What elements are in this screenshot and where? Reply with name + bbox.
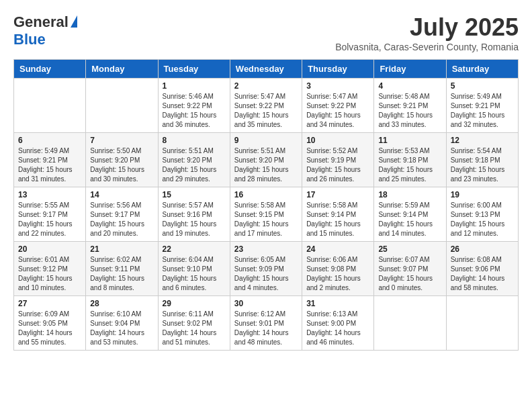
table-row: 4Sunrise: 5:48 AMSunset: 9:21 PMDaylight… (374, 79, 446, 133)
table-row: 12Sunrise: 5:54 AMSunset: 9:18 PMDayligh… (446, 133, 518, 187)
day-info: Sunrise: 5:54 AMSunset: 9:18 PMDaylight:… (451, 146, 514, 184)
calendar-week-row: 13Sunrise: 5:55 AMSunset: 9:17 PMDayligh… (14, 187, 519, 242)
table-row: 13Sunrise: 5:55 AMSunset: 9:17 PMDayligh… (14, 187, 86, 242)
day-number: 27 (18, 299, 81, 308)
day-info: Sunrise: 6:12 AMSunset: 9:01 PMDaylight:… (234, 310, 298, 347)
title-section: July 2025 Bolvasnita, Caras-Severin Coun… (335, 13, 519, 52)
day-info: Sunrise: 5:55 AMSunset: 9:17 PMDaylight:… (18, 201, 81, 238)
col-tuesday: Tuesday (158, 60, 230, 79)
table-row: 17Sunrise: 5:58 AMSunset: 9:14 PMDayligh… (302, 187, 374, 242)
table-row: 18Sunrise: 5:59 AMSunset: 9:14 PMDayligh… (374, 187, 446, 242)
table-row: 25Sunrise: 6:07 AMSunset: 9:07 PMDayligh… (374, 242, 446, 296)
day-info: Sunrise: 5:49 AMSunset: 9:21 PMDaylight:… (18, 146, 81, 184)
calendar-week-row: 20Sunrise: 6:01 AMSunset: 9:12 PMDayligh… (14, 242, 519, 296)
table-row: 24Sunrise: 6:06 AMSunset: 9:08 PMDayligh… (302, 242, 374, 296)
day-info: Sunrise: 6:05 AMSunset: 9:09 PMDaylight:… (234, 255, 298, 293)
day-number: 31 (306, 299, 369, 308)
day-number: 7 (90, 136, 153, 145)
day-number: 5 (451, 81, 514, 91)
day-number: 26 (451, 244, 514, 254)
table-row: 11Sunrise: 5:53 AMSunset: 9:18 PMDayligh… (374, 133, 446, 187)
day-number: 4 (378, 81, 441, 91)
day-info: Sunrise: 6:10 AMSunset: 9:04 PMDaylight:… (90, 310, 153, 347)
table-row (374, 296, 446, 351)
day-number: 30 (234, 299, 298, 308)
day-info: Sunrise: 6:11 AMSunset: 9:02 PMDaylight:… (163, 310, 226, 347)
table-row: 22Sunrise: 6:04 AMSunset: 9:10 PMDayligh… (158, 242, 230, 296)
day-info: Sunrise: 6:00 AMSunset: 9:13 PMDaylight:… (451, 201, 514, 238)
table-row: 2Sunrise: 5:47 AMSunset: 9:22 PMDaylight… (230, 79, 302, 133)
day-number: 18 (378, 190, 441, 199)
day-info: Sunrise: 6:01 AMSunset: 9:12 PMDaylight:… (18, 255, 81, 293)
day-info: Sunrise: 6:13 AMSunset: 9:00 PMDaylight:… (306, 310, 369, 347)
day-number: 12 (451, 136, 514, 145)
day-info: Sunrise: 5:58 AMSunset: 9:14 PMDaylight:… (306, 201, 369, 238)
col-wednesday: Wednesday (230, 60, 302, 79)
day-number: 22 (163, 244, 226, 254)
day-number: 6 (18, 136, 81, 145)
table-row (86, 79, 158, 133)
day-info: Sunrise: 5:46 AMSunset: 9:22 PMDaylight:… (163, 92, 226, 130)
table-row: 10Sunrise: 5:52 AMSunset: 9:19 PMDayligh… (302, 133, 374, 187)
table-row: 30Sunrise: 6:12 AMSunset: 9:01 PMDayligh… (230, 296, 302, 351)
day-info: Sunrise: 5:50 AMSunset: 9:20 PMDaylight:… (90, 146, 153, 184)
day-info: Sunrise: 5:57 AMSunset: 9:16 PMDaylight:… (163, 201, 226, 238)
table-row: 7Sunrise: 5:50 AMSunset: 9:20 PMDaylight… (86, 133, 158, 187)
col-thursday: Thursday (302, 60, 374, 79)
table-row (446, 296, 518, 351)
table-row: 5Sunrise: 5:49 AMSunset: 9:21 PMDaylight… (446, 79, 518, 133)
day-number: 2 (234, 81, 298, 91)
day-number: 28 (90, 299, 153, 308)
day-info: Sunrise: 6:07 AMSunset: 9:07 PMDaylight:… (378, 255, 441, 293)
table-row (14, 79, 86, 133)
col-friday: Friday (374, 60, 446, 79)
table-row: 23Sunrise: 6:05 AMSunset: 9:09 PMDayligh… (230, 242, 302, 296)
table-row: 6Sunrise: 5:49 AMSunset: 9:21 PMDaylight… (14, 133, 86, 187)
logo-general: General (13, 13, 69, 31)
day-info: Sunrise: 5:48 AMSunset: 9:21 PMDaylight:… (378, 92, 441, 130)
day-info: Sunrise: 5:47 AMSunset: 9:22 PMDaylight:… (234, 92, 298, 130)
day-info: Sunrise: 5:59 AMSunset: 9:14 PMDaylight:… (378, 201, 441, 238)
day-number: 1 (163, 81, 226, 91)
day-info: Sunrise: 6:04 AMSunset: 9:10 PMDaylight:… (163, 255, 226, 293)
table-row: 19Sunrise: 6:00 AMSunset: 9:13 PMDayligh… (446, 187, 518, 242)
day-number: 15 (163, 190, 226, 199)
day-info: Sunrise: 5:52 AMSunset: 9:19 PMDaylight:… (306, 146, 369, 184)
day-number: 20 (18, 244, 81, 254)
day-number: 13 (18, 190, 81, 199)
table-row: 29Sunrise: 6:11 AMSunset: 9:02 PMDayligh… (158, 296, 230, 351)
table-row: 26Sunrise: 6:08 AMSunset: 9:06 PMDayligh… (446, 242, 518, 296)
day-number: 29 (163, 299, 226, 308)
day-number: 3 (306, 81, 369, 91)
day-number: 23 (234, 244, 298, 254)
table-row: 31Sunrise: 6:13 AMSunset: 9:00 PMDayligh… (302, 296, 374, 351)
day-info: Sunrise: 5:53 AMSunset: 9:18 PMDaylight:… (378, 146, 441, 184)
table-row: 1Sunrise: 5:46 AMSunset: 9:22 PMDaylight… (158, 79, 230, 133)
col-sunday: Sunday (14, 60, 86, 79)
logo: General Blue (13, 13, 77, 48)
day-number: 11 (378, 136, 441, 145)
day-info: Sunrise: 5:58 AMSunset: 9:15 PMDaylight:… (234, 201, 298, 238)
table-row: 28Sunrise: 6:10 AMSunset: 9:04 PMDayligh… (86, 296, 158, 351)
day-number: 24 (306, 244, 369, 254)
month-title: July 2025 (335, 13, 519, 42)
table-row: 16Sunrise: 5:58 AMSunset: 9:15 PMDayligh… (230, 187, 302, 242)
day-info: Sunrise: 5:47 AMSunset: 9:22 PMDaylight:… (306, 92, 369, 130)
table-row: 8Sunrise: 5:51 AMSunset: 9:20 PMDaylight… (158, 133, 230, 187)
day-number: 25 (378, 244, 441, 254)
logo-blue: Blue (13, 31, 46, 48)
table-row: 15Sunrise: 5:57 AMSunset: 9:16 PMDayligh… (158, 187, 230, 242)
calendar-table: Sunday Monday Tuesday Wednesday Thursday… (13, 59, 519, 351)
table-row: 14Sunrise: 5:56 AMSunset: 9:17 PMDayligh… (86, 187, 158, 242)
calendar-week-row: 1Sunrise: 5:46 AMSunset: 9:22 PMDaylight… (14, 79, 519, 133)
day-number: 9 (234, 136, 298, 145)
day-number: 16 (234, 190, 298, 199)
day-info: Sunrise: 6:06 AMSunset: 9:08 PMDaylight:… (306, 255, 369, 293)
page-header: General Blue July 2025 Bolvasnita, Caras… (13, 13, 519, 52)
day-info: Sunrise: 6:02 AMSunset: 9:11 PMDaylight:… (90, 255, 153, 293)
day-info: Sunrise: 6:09 AMSunset: 9:05 PMDaylight:… (18, 310, 81, 347)
logo-triangle-icon (71, 15, 77, 28)
day-info: Sunrise: 6:08 AMSunset: 9:06 PMDaylight:… (451, 255, 514, 293)
day-number: 8 (163, 136, 226, 145)
col-saturday: Saturday (446, 60, 518, 79)
